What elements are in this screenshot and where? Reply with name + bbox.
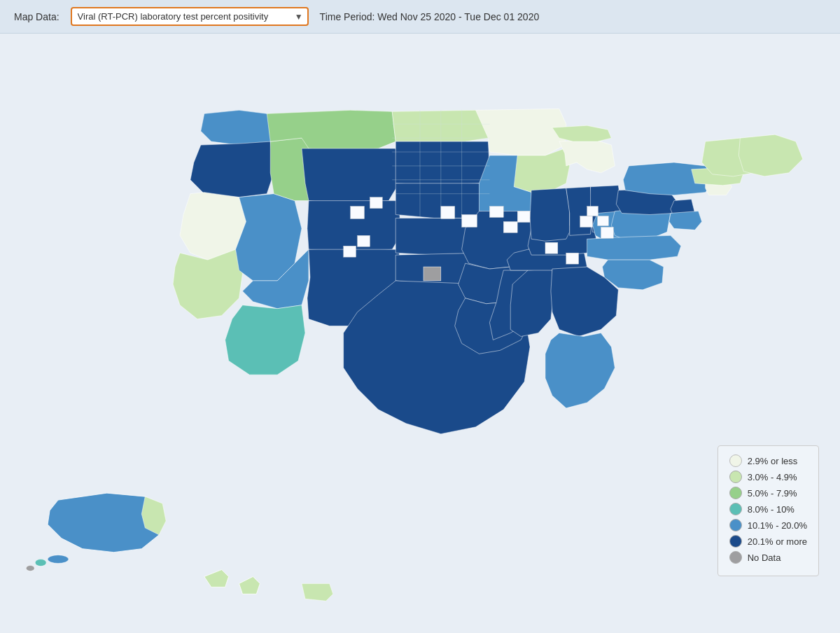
- legend-swatch-7: [729, 551, 742, 564]
- legend-swatch-1: [729, 454, 742, 467]
- svg-point-51: [48, 555, 69, 564]
- svg-rect-66: [351, 207, 365, 219]
- legend-item-1: 2.9% or less: [729, 454, 807, 467]
- svg-marker-14: [396, 141, 489, 186]
- legend-item-4: 8.0% - 10%: [729, 503, 807, 515]
- svg-marker-11: [225, 305, 305, 375]
- map-container: 2.9% or less 3.0% - 4.9% 5.0% - 7.9% 8.0…: [0, 34, 840, 632]
- legend-label-1: 2.9% or less: [748, 456, 798, 466]
- us-map-svg: [0, 34, 840, 632]
- dropdown-wrapper[interactable]: Viral (RT-PCR) laboratory test percent p…: [71, 7, 309, 26]
- legend-item-7: No Data: [729, 551, 807, 564]
- svg-marker-19: [476, 109, 566, 155]
- map-data-dropdown[interactable]: Viral (RT-PCR) laboratory test percent p…: [71, 7, 309, 26]
- svg-rect-70: [489, 207, 503, 218]
- svg-marker-8: [302, 148, 399, 204]
- legend-label-3: 5.0% - 7.9%: [748, 488, 797, 499]
- legend-item-2: 3.0% - 4.9%: [729, 471, 807, 483]
- legend-item-5: 10.1% - 20.0%: [729, 519, 807, 531]
- legend-item-3: 5.0% - 7.9%: [729, 487, 807, 499]
- svg-rect-73: [580, 216, 593, 227]
- svg-point-52: [35, 559, 46, 566]
- svg-point-53: [26, 566, 34, 571]
- legend-swatch-5: [729, 519, 742, 531]
- svg-rect-74: [601, 227, 613, 238]
- svg-rect-77: [545, 242, 558, 253]
- svg-rect-71: [503, 221, 517, 232]
- svg-rect-78: [566, 253, 579, 264]
- legend-item-6: 20.1% or more: [729, 535, 807, 548]
- map-data-label: Map Data:: [14, 11, 59, 22]
- legend-swatch-4: [729, 503, 742, 515]
- svg-marker-36: [587, 235, 681, 260]
- svg-marker-29: [530, 188, 570, 242]
- svg-rect-69: [462, 214, 477, 227]
- legend-label-2: 3.0% - 4.9%: [748, 472, 797, 482]
- svg-rect-48: [424, 267, 441, 281]
- svg-marker-56: [302, 583, 333, 601]
- svg-marker-2: [190, 141, 274, 197]
- svg-rect-67: [370, 197, 382, 209]
- legend-label-4: 8.0% - 10%: [748, 504, 794, 515]
- svg-rect-68: [441, 207, 455, 219]
- time-period-label: Time Period: Wed Nov 25 2020 - Tue Dec 0…: [320, 11, 540, 22]
- svg-rect-75: [344, 246, 356, 257]
- legend-swatch-6: [729, 535, 742, 548]
- legend-swatch-3: [729, 487, 742, 499]
- svg-rect-79: [587, 207, 598, 216]
- svg-rect-72: [517, 211, 530, 223]
- svg-rect-76: [358, 235, 370, 246]
- legend-label-7: No Data: [748, 552, 781, 563]
- legend-label-6: 20.1% or more: [748, 536, 807, 547]
- legend-label-5: 10.1% - 20.0%: [748, 520, 807, 531]
- svg-marker-43: [669, 211, 702, 230]
- map-legend: 2.9% or less 3.0% - 4.9% 5.0% - 7.9% 8.0…: [718, 445, 819, 576]
- header-bar: Map Data: Viral (RT-PCR) laboratory test…: [0, 0, 840, 34]
- legend-swatch-2: [729, 471, 742, 483]
- svg-rect-80: [598, 216, 609, 225]
